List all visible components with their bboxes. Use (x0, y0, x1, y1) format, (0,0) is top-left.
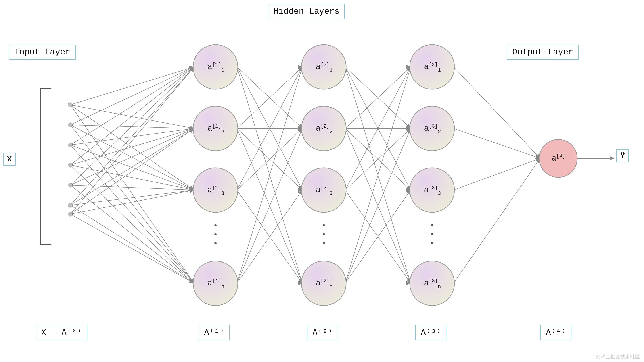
svg-line-20 (70, 67, 194, 205)
input-dot-4 (68, 183, 72, 187)
svg-point-70 (214, 233, 216, 235)
svg-line-63 (454, 158, 540, 283)
label-a4: A⁽⁴⁾ (540, 325, 572, 340)
svg-line-13 (70, 129, 194, 165)
svg-point-71 (214, 242, 216, 244)
label-a1: A⁽¹⁾ (199, 325, 230, 340)
label-x: X (3, 153, 16, 166)
input-bracket (40, 88, 51, 244)
svg-line-18 (70, 185, 194, 190)
svg-line-17 (70, 129, 194, 185)
svg-line-5 (70, 125, 194, 129)
input-dot-6 (68, 212, 72, 216)
svg-line-3 (70, 105, 194, 283)
svg-point-83 (431, 224, 433, 226)
svg-line-62 (454, 158, 540, 190)
svg-line-2 (70, 105, 194, 190)
input-dot-3 (68, 163, 72, 167)
svg-point-76 (323, 224, 325, 226)
svg-line-1 (70, 105, 194, 129)
label-a3: A⁽³⁾ (415, 325, 446, 340)
svg-line-8 (70, 67, 194, 145)
input-dot-1 (68, 123, 72, 127)
svg-line-24 (70, 67, 194, 214)
label-yhat: Ŷ (616, 150, 629, 162)
svg-point-85 (431, 242, 433, 244)
svg-line-61 (454, 129, 540, 158)
svg-point-77 (323, 233, 325, 235)
svg-line-23 (70, 205, 194, 283)
svg-line-27 (70, 214, 194, 283)
svg-point-78 (323, 242, 325, 244)
svg-line-25 (70, 129, 194, 214)
label-input-layer: Input Layer (9, 45, 76, 60)
svg-point-69 (214, 224, 216, 226)
svg-point-84 (431, 233, 433, 235)
label-output-layer: Output Layer (507, 45, 579, 60)
watermark: @稀土掘金技术社区 (596, 354, 640, 360)
svg-line-11 (70, 145, 194, 283)
label-a2: A⁽²⁾ (307, 325, 338, 340)
svg-line-0 (70, 67, 194, 105)
svg-line-19 (70, 185, 194, 283)
input-dot-2 (68, 143, 72, 147)
input-dot-0 (68, 103, 72, 107)
label-hidden-layers: Hidden Layers (268, 4, 345, 19)
svg-line-6 (70, 125, 194, 190)
svg-line-7 (70, 125, 194, 283)
edges (70, 67, 614, 283)
input-dot-5 (68, 203, 72, 207)
svg-line-15 (70, 165, 194, 283)
diagram-stage: a[1]1a[1]2a[1]3a[1]na[2]1a[2]2a[2]3a[2]n… (0, 0, 644, 362)
svg-line-14 (70, 165, 194, 190)
label-a0: X = A⁽⁰⁾ (36, 325, 87, 340)
svg-line-60 (454, 67, 540, 158)
